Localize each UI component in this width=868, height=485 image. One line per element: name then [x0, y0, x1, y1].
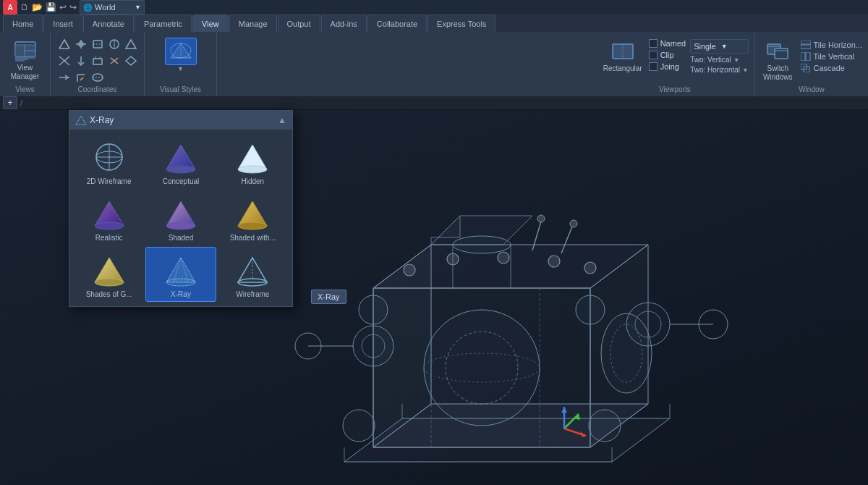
svg-point-50 — [166, 222, 195, 229]
coord-tool-4[interactable] — [107, 38, 122, 52]
hidden-icon — [229, 139, 276, 175]
view-manager-icon — [14, 41, 37, 64]
svg-point-69 — [404, 264, 415, 276]
tile-vertical-option[interactable]: Tile Vertical — [801, 52, 862, 61]
style-2d-wireframe[interactable]: 2D Wireframe — [74, 134, 144, 189]
tab-manage[interactable]: Manage — [229, 14, 277, 32]
join-row: Joing — [649, 62, 686, 71]
coord-tool-12[interactable] — [74, 71, 88, 85]
svg-point-27 — [93, 74, 103, 81]
style-panel-title: X-Ray — [90, 115, 114, 125]
coord-tool-2[interactable] — [74, 38, 88, 52]
cascade-option[interactable]: Cascade — [801, 64, 862, 72]
coordinates-group-label: Coordinates — [78, 85, 117, 95]
svg-point-84 — [576, 295, 605, 324]
title-bar: A 🗋 📂 💾 ↩ ↪ 🌐 World ▼ — [0, 0, 868, 14]
tab-addins[interactable]: Add-ins — [321, 14, 367, 32]
style-grid: 2D Wireframe — [69, 130, 292, 306]
qat-new-icon[interactable]: 🗋 — [20, 2, 29, 12]
svg-rect-39 — [801, 52, 805, 61]
tile-horizontal-option[interactable]: Tile Horizon... — [801, 41, 862, 49]
named-label: Named — [660, 39, 686, 48]
coord-tool-1[interactable] — [57, 38, 72, 52]
coord-tool-11[interactable] — [57, 71, 72, 85]
shaded-with-icon — [229, 195, 276, 232]
qat-redo-icon[interactable]: ↪ — [69, 2, 77, 12]
coordinates-group: Coordinates — [51, 32, 145, 96]
style-wireframe[interactable]: Wireframe — [218, 247, 288, 302]
svg-point-74 — [453, 236, 511, 253]
style-shaded-with[interactable]: Shaded with... — [218, 190, 288, 245]
single-chevron-icon: ▼ — [721, 43, 728, 50]
xray-dropdown-arrow[interactable]: ▼ — [177, 65, 184, 72]
cascade-icon — [801, 64, 811, 72]
conceptual-label: Conceptual — [163, 177, 200, 185]
tile-vertical-icon — [801, 52, 811, 61]
rectangular-button[interactable]: Rectangular — [601, 38, 644, 75]
tab-insert[interactable]: Insert — [43, 14, 82, 32]
named-checkbox[interactable] — [649, 39, 658, 48]
switch-windows-button[interactable]: SwitchWindows — [761, 38, 795, 84]
style-realistic[interactable]: Realistic — [74, 190, 144, 245]
coord-tool-5[interactable] — [124, 38, 138, 52]
coord-tool-9[interactable] — [107, 54, 122, 69]
2d-wireframe-icon — [86, 139, 132, 175]
coord-tool-8[interactable] — [90, 54, 105, 69]
conceptual-icon — [158, 139, 204, 175]
svg-marker-98 — [561, 407, 567, 413]
qat-undo-icon[interactable]: ↩ — [59, 2, 67, 12]
style-shaded[interactable]: Shaded — [145, 190, 216, 245]
two-vertical-chevron-icon: ▼ — [733, 56, 740, 64]
two-horizontal-row: Two: Horizontal ▼ — [690, 66, 749, 74]
tab-home[interactable]: Home — [3, 14, 43, 32]
switch-windows-label: SwitchWindows — [763, 64, 793, 82]
svg-rect-40 — [806, 52, 810, 61]
two-vertical-row: Two: Vertical ▼ — [690, 56, 749, 64]
clip-checkbox[interactable] — [649, 51, 658, 59]
coord-tool-7[interactable] — [74, 54, 88, 69]
add-viewport-button[interactable]: + — [3, 96, 17, 109]
two-horizontal-chevron-icon: ▼ — [742, 67, 749, 74]
cascade-label: Cascade — [814, 64, 845, 72]
svg-rect-3 — [25, 51, 35, 56]
style-panel-close-icon[interactable]: ▲ — [278, 115, 286, 125]
qat-open-icon[interactable]: 📂 — [32, 2, 43, 12]
xray-style-label: X-Ray — [171, 290, 191, 298]
viewport-area: X-Ray ▲ 2D Wireframe — [0, 110, 868, 485]
svg-point-53 — [166, 279, 195, 286]
tab-view[interactable]: View — [192, 14, 229, 32]
world-dropdown[interactable]: 🌐 World ▼ — [80, 0, 145, 14]
style-conceptual[interactable]: Conceptual — [145, 134, 216, 189]
single-viewport-dropdown[interactable]: Single ▼ — [690, 39, 749, 54]
tab-parametric[interactable]: Parametric — [135, 14, 192, 32]
join-checkbox[interactable] — [649, 62, 658, 71]
coord-tool-6[interactable] — [57, 54, 72, 69]
tab-collaborate[interactable]: Collaborate — [367, 14, 427, 32]
svg-point-51 — [238, 222, 267, 229]
style-hidden[interactable]: Hidden — [218, 134, 288, 189]
svg-rect-37 — [801, 41, 811, 44]
view-manager-button[interactable]: ViewManager — [8, 38, 42, 84]
coord-tool-13[interactable] — [90, 71, 105, 85]
svg-point-83 — [359, 295, 388, 324]
svg-point-58 — [424, 310, 540, 426]
visual-styles-group-label: Visual Styles — [160, 85, 201, 95]
tab-express[interactable]: Express Tools — [427, 14, 495, 32]
2d-wireframe-label: 2D Wireframe — [87, 177, 132, 185]
svg-point-65 — [353, 326, 393, 366]
clip-label: Clip — [660, 51, 674, 59]
style-shades-of-g[interactable]: Shades of G... — [74, 247, 144, 302]
coord-tool-3[interactable] — [90, 38, 105, 52]
qat-save-icon[interactable]: 💾 — [46, 2, 56, 12]
viewports-group: Rectangular Named Clip Joing — [595, 32, 755, 96]
tab-output[interactable]: Output — [278, 14, 320, 32]
tile-horizontal-icon — [801, 41, 811, 49]
view-manager-label: ViewManager — [11, 64, 39, 81]
visual-style-panel: X-Ray ▲ 2D Wireframe — [69, 110, 293, 307]
single-label: Single — [694, 42, 716, 51]
coord-tool-10[interactable] — [124, 54, 138, 69]
style-xray[interactable]: X-Ray — [145, 247, 216, 302]
xray-button[interactable] — [165, 38, 197, 65]
tab-annotate[interactable]: Annotate — [83, 14, 134, 32]
svg-point-88 — [570, 220, 577, 227]
